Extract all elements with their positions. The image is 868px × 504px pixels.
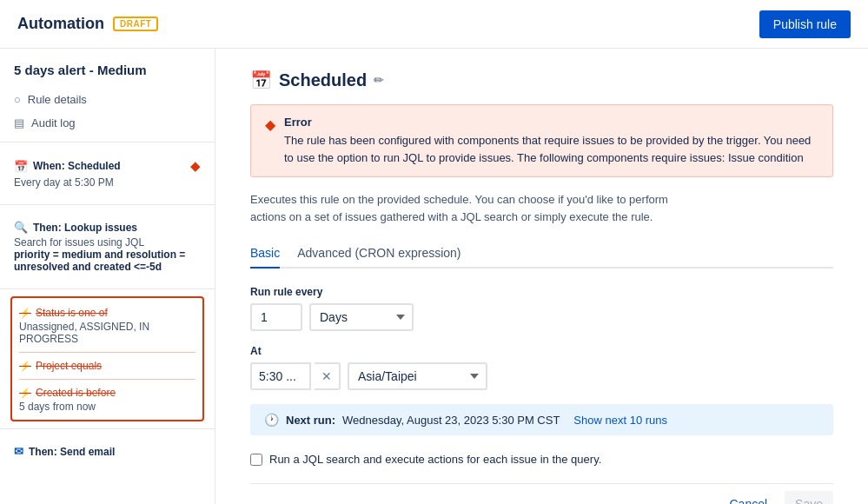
- strikethrough-created[interactable]: ⚡ Created is before 5 days from now: [19, 381, 195, 414]
- doc-icon: ▤: [14, 116, 24, 129]
- interval-value-input[interactable]: [250, 303, 302, 331]
- app-title: Automation: [17, 15, 104, 33]
- tab-advanced[interactable]: Advanced (CRON expression): [297, 239, 461, 269]
- jql-checkbox-label[interactable]: Run a JQL search and execute actions for…: [269, 453, 601, 466]
- sidebar-item-when-scheduled[interactable]: 📅 When: Scheduled ◆ Every day at 5:30 PM: [0, 149, 215, 197]
- next-run-label: Next run:: [286, 414, 335, 427]
- interval-unit-select[interactable]: Days Minutes Hours Weeks Months: [309, 303, 414, 331]
- jql-checkbox-row: Run a JQL search and execute actions for…: [250, 453, 833, 466]
- time-input-group: ✕: [250, 362, 341, 390]
- tabs: Basic Advanced (CRON expression): [250, 239, 833, 269]
- lookup-subtitle: Search for issues using JQL priority = m…: [14, 236, 201, 273]
- filter-icon-created: ⚡: [19, 388, 31, 399]
- publish-rule-button[interactable]: Publish rule: [759, 10, 851, 38]
- content-area: 📅 Scheduled ✏ ◆ Error The rule has been …: [215, 49, 868, 504]
- description-text: Executes this rule on the provided sched…: [250, 191, 702, 225]
- sidebar-item-rule-details[interactable]: ○ Rule details: [0, 88, 215, 111]
- created-title: Created is before: [36, 387, 116, 399]
- error-icon-scheduled: ◆: [190, 158, 201, 174]
- filter-icon-project: ⚡: [19, 361, 31, 372]
- sidebar-divider2: [0, 204, 215, 205]
- jql-checkbox[interactable]: [250, 454, 262, 466]
- sidebar-item-send-email[interactable]: ✉ Then: Send email: [0, 436, 215, 467]
- at-label: At: [250, 345, 833, 357]
- at-group: At ✕ Asia/Taipei UTC America/New_York Eu…: [250, 345, 833, 390]
- run-rule-every-group: Run rule every Days Minutes Hours Weeks …: [250, 286, 833, 331]
- sidebar-menu-label: Rule details: [28, 93, 87, 106]
- error-alert-title: Error: [284, 116, 818, 129]
- time-clear-button[interactable]: ✕: [315, 362, 341, 390]
- clock-icon: 🕐: [264, 413, 279, 427]
- error-alert-icon: ◆: [265, 116, 275, 166]
- time-input[interactable]: [250, 362, 311, 390]
- sidebar-item-lookup-issues[interactable]: 🔍 Then: Lookup issues Search for issues …: [0, 212, 215, 282]
- form-footer: Cancel Save: [250, 483, 833, 504]
- filter-icon-status: ⚡: [19, 308, 31, 319]
- next-run-box: 🕐 Next run: Wednesday, August 23, 2023 5…: [250, 404, 833, 435]
- status-subtitle: Unassigned, ASSIGNED, IN PROGRESS: [19, 321, 195, 345]
- strikethrough-status[interactable]: ⚡ Status is one of Unassigned, ASSIGNED,…: [19, 303, 195, 350]
- content-title: Scheduled: [279, 70, 367, 90]
- edit-icon[interactable]: ✏: [374, 73, 384, 87]
- next-run-value: Wednesday, August 23, 2023 5:30 PM CST: [342, 414, 560, 427]
- created-subtitle: 5 days from now: [19, 401, 195, 413]
- project-title: Project equals: [36, 360, 102, 372]
- sidebar-menu-label: Audit log: [31, 116, 76, 129]
- when-scheduled-label: When: Scheduled: [33, 160, 121, 172]
- mail-icon: ✉: [14, 445, 23, 458]
- calendar-icon: 📅: [14, 160, 28, 173]
- send-email-label: Then: Send email: [29, 446, 115, 458]
- sidebar-rule-title: 5 days alert - Medium: [0, 63, 215, 88]
- sidebar-item-audit-log[interactable]: ▤ Audit log: [0, 111, 215, 135]
- status-title: Status is one of: [36, 307, 108, 319]
- error-alert-body: The rule has been configured with compon…: [284, 132, 818, 166]
- show-next-runs-link[interactable]: Show next 10 runs: [573, 414, 667, 427]
- lookup-icon: 🔍: [14, 221, 28, 234]
- save-button: Save: [785, 491, 833, 504]
- strikethrough-block[interactable]: ⚡ Status is one of Unassigned, ASSIGNED,…: [10, 296, 204, 421]
- sidebar-divider3: [0, 288, 215, 289]
- draft-badge: DRAFT: [113, 17, 158, 31]
- lookup-jql: priority = medium and resolution = unres…: [14, 249, 185, 273]
- sidebar-divider4: [0, 428, 215, 429]
- content-header: 📅 Scheduled ✏: [250, 70, 833, 90]
- timezone-select[interactable]: Asia/Taipei UTC America/New_York Europe/…: [348, 362, 487, 390]
- error-alert: ◆ Error The rule has been configured wit…: [250, 104, 833, 177]
- lookup-label: Then: Lookup issues: [33, 222, 137, 234]
- tab-basic[interactable]: Basic: [250, 239, 280, 269]
- circle-icon: ○: [14, 93, 21, 106]
- strikethrough-project[interactable]: ⚡ Project equals: [19, 355, 195, 377]
- scheduled-cal-icon: 📅: [250, 70, 272, 90]
- sidebar-divider: [0, 142, 215, 143]
- when-scheduled-subtitle: Every day at 5:30 PM: [14, 176, 201, 189]
- run-rule-every-label: Run rule every: [250, 286, 833, 298]
- cancel-button[interactable]: Cancel: [719, 491, 778, 504]
- sidebar: 5 days alert - Medium ○ Rule details ▤ A…: [0, 49, 215, 504]
